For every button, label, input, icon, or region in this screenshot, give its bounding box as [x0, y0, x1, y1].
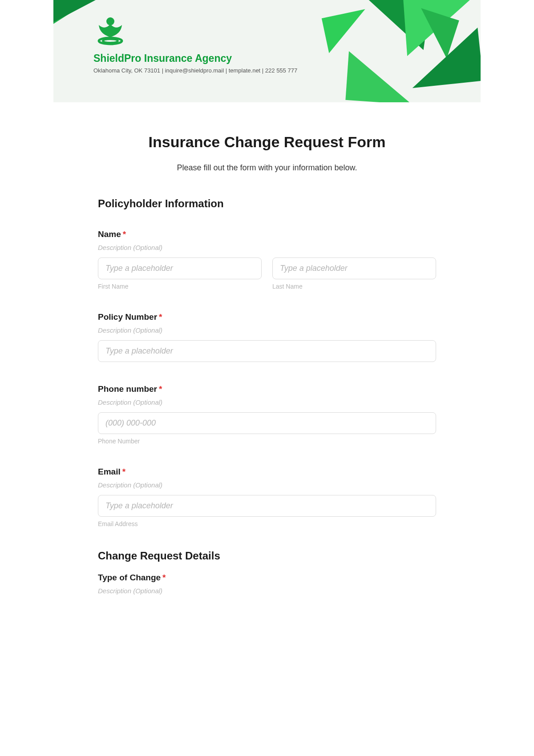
policy-number-input[interactable]	[98, 340, 436, 362]
required-mark: *	[123, 229, 126, 239]
label-text: Email	[98, 467, 121, 476]
header-content: ShieldPro Insurance Agency Oklahoma City…	[53, 0, 481, 74]
label-text: Type of Change	[98, 573, 161, 582]
label-text: Phone number	[98, 384, 157, 394]
field-change-type: Type of Change* Description (Optional)	[98, 573, 436, 595]
phone-desc: Description (Optional)	[98, 398, 436, 406]
policy-label: Policy Number*	[98, 312, 436, 322]
field-phone: Phone number* Description (Optional) Pho…	[98, 384, 436, 445]
first-name-sublabel: First Name	[98, 283, 262, 290]
change-type-label: Type of Change*	[98, 573, 436, 583]
email-sublabel: Email Address	[98, 520, 436, 527]
field-name: Name* Description (Optional) First Name …	[98, 229, 436, 290]
required-mark: *	[159, 384, 162, 394]
required-mark: *	[159, 312, 162, 322]
email-desc: Description (Optional)	[98, 481, 436, 489]
phone-sublabel: Phone Number	[98, 438, 436, 445]
last-name-sublabel: Last Name	[272, 283, 436, 290]
first-name-input[interactable]	[98, 257, 262, 279]
svg-point-2	[103, 39, 118, 43]
required-mark: *	[122, 467, 125, 476]
name-label: Name*	[98, 229, 436, 239]
form-area: Insurance Change Request Form Please fil…	[53, 102, 481, 595]
field-policy-number: Policy Number* Description (Optional)	[98, 312, 436, 362]
change-type-desc: Description (Optional)	[98, 587, 436, 595]
logo-icon	[93, 16, 481, 48]
agency-name: ShieldPro Insurance Agency	[93, 52, 481, 64]
phone-label: Phone number*	[98, 384, 436, 394]
page: ShieldPro Insurance Agency Oklahoma City…	[53, 0, 481, 595]
form-subtitle: Please fill out the form with your infor…	[98, 163, 436, 173]
section-change-request: Change Request Details	[98, 550, 436, 562]
policy-desc: Description (Optional)	[98, 326, 436, 334]
label-text: Policy Number	[98, 312, 157, 322]
section-policyholder: Policyholder Information	[98, 197, 436, 210]
form-title: Insurance Change Request Form	[98, 133, 436, 151]
required-mark: *	[162, 573, 166, 582]
header: ShieldPro Insurance Agency Oklahoma City…	[53, 0, 481, 102]
email-label: Email*	[98, 467, 436, 477]
label-text: Name	[98, 229, 121, 239]
name-desc: Description (Optional)	[98, 244, 436, 251]
phone-input[interactable]	[98, 412, 436, 434]
field-email: Email* Description (Optional) Email Addr…	[98, 467, 436, 527]
last-name-input[interactable]	[272, 257, 436, 279]
agency-meta: Oklahoma City, OK 73101 | inquire@shield…	[93, 67, 481, 74]
email-input[interactable]	[98, 495, 436, 517]
